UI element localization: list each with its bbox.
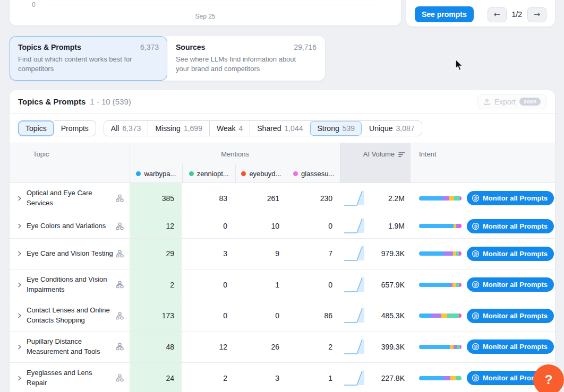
competitor-dot-icon: [189, 171, 194, 176]
svg-text:@: @: [474, 251, 478, 256]
topic-hierarchy-icon[interactable]: [116, 222, 125, 230]
monitor-prompts-icon: @: [472, 222, 480, 230]
filter-strong[interactable]: Strong 539: [310, 121, 362, 136]
column-header-topic[interactable]: Topic: [10, 143, 130, 182]
ai-volume-value: 1.9M: [388, 222, 405, 230]
mentions-cell: 0: [182, 269, 235, 300]
topic-name[interactable]: Eye Conditions and Vision Impairments: [27, 275, 116, 295]
intent-segment-pink: [459, 224, 462, 228]
mentions-cell: 29: [130, 239, 182, 269]
intent-segment-yellow: [450, 376, 456, 380]
monitor-all-prompts-button[interactable]: @Monitor all Prompts: [467, 219, 554, 233]
nav-card-sources[interactable]: Sources 29,716 See where LLMs find infor…: [167, 36, 325, 81]
intent-distribution-bar: [419, 251, 462, 256]
monitor-all-prompts-button[interactable]: @Monitor all Prompts: [467, 247, 554, 261]
topic-name[interactable]: Optical and Eye Care Services: [27, 188, 116, 208]
monitor-all-prompts-button[interactable]: @Monitor all Prompts: [467, 339, 554, 354]
topic-hierarchy-icon[interactable]: [116, 281, 125, 289]
export-icon: [483, 98, 491, 106]
view-toggle-topics[interactable]: Topics: [18, 120, 54, 136]
table-row: Eye Conditions and Vision Impairments 20…: [10, 269, 555, 301]
competitor-header-3[interactable]: glassesu...: [287, 164, 340, 182]
expand-chevron-icon[interactable]: [16, 195, 27, 202]
intent-segment-purple: [442, 196, 449, 201]
filter-label: All: [111, 124, 119, 133]
expand-chevron-icon[interactable]: [16, 343, 27, 351]
competitor-name: zenniopt...: [197, 170, 229, 178]
expand-chevron-icon[interactable]: [16, 312, 27, 319]
monitor-prompts-icon: @: [472, 250, 480, 258]
nav-card-topics-prompts[interactable]: Topics & Prompts 6,373 Find out which co…: [10, 36, 167, 81]
ai-volume-sparkline: [343, 338, 366, 356]
table-row: Optical and Eye Care Services 3858326123…: [10, 183, 555, 214]
topic-name[interactable]: Pupillary Distance Measurement and Tools: [27, 337, 116, 357]
page-indicator: 1/2: [512, 10, 522, 19]
help-button[interactable]: ?: [533, 364, 564, 392]
monitor-prompts-icon: @: [472, 312, 480, 320]
expand-chevron-icon[interactable]: [16, 374, 27, 382]
filter-shared[interactable]: Shared 1,044: [250, 121, 310, 136]
intent-segment-pink: [459, 251, 462, 256]
mentions-cell: 261: [235, 183, 287, 214]
mentions-cell: 26: [235, 332, 287, 362]
filter-label: Missing: [155, 124, 180, 133]
filter-weak[interactable]: Weak 4: [209, 121, 250, 136]
column-header-intent[interactable]: Intent: [411, 143, 555, 182]
intent-segment-purple: [443, 251, 453, 256]
mentions-cell: 10: [235, 214, 287, 238]
intent-segment-yellow: [441, 313, 447, 318]
see-prompts-button[interactable]: See prompts: [415, 6, 474, 22]
mentions-cell: 230: [287, 183, 340, 214]
view-toggle-prompts[interactable]: Prompts: [54, 120, 96, 136]
mentions-cell: 385: [130, 183, 182, 214]
filter-missing[interactable]: Missing 1,699: [148, 121, 209, 136]
topic-name[interactable]: Eye Care and Vision Testing: [27, 249, 116, 259]
prev-page-button[interactable]: ←: [488, 7, 507, 22]
topic-hierarchy-icon[interactable]: [116, 312, 125, 320]
monitor-prompts-icon: @: [472, 281, 480, 289]
column-header-mentions[interactable]: Mentions: [130, 143, 340, 164]
competitor-header-2[interactable]: eyebuyd...: [235, 164, 287, 182]
intent-distribution-bar: [419, 196, 462, 201]
monitor-all-prompts-button[interactable]: @Monitor all Prompts: [467, 309, 554, 323]
table-row: Contact Lenses and Online Contacts Shopp…: [10, 300, 555, 332]
column-header-ai-volume[interactable]: AI Volume: [340, 143, 411, 182]
expand-chevron-icon[interactable]: [16, 222, 27, 230]
topic-name[interactable]: Eye Colors and Variations: [27, 221, 116, 231]
intent-distribution-bar: [419, 283, 462, 287]
table-row: Pupillary Distance Measurement and Tools…: [10, 332, 555, 363]
nav-card-count: 6,373: [140, 43, 159, 51]
next-page-button[interactable]: →: [527, 7, 546, 22]
expand-chevron-icon[interactable]: [16, 250, 27, 257]
topic-hierarchy-icon[interactable]: [116, 194, 125, 202]
intent-segment-pink: [460, 345, 462, 349]
topic-hierarchy-icon[interactable]: [116, 343, 125, 351]
monitor-button-label: Monitor all Prompts: [483, 343, 548, 351]
export-button[interactable]: Export soon: [477, 94, 546, 109]
chart-y-axis-tick: 0: [32, 1, 36, 8]
topic-name[interactable]: Contact Lenses and Online Contacts Shopp…: [27, 306, 116, 326]
competitor-name: glassesu...: [301, 170, 334, 178]
monitor-all-prompts-button[interactable]: @Monitor all Prompts: [467, 191, 554, 205]
competitor-dot-icon: [136, 171, 141, 176]
topic-hierarchy-icon[interactable]: [116, 374, 125, 382]
table-row: Eye Colors and Variations 120100 1.9M @M…: [10, 214, 555, 239]
competitor-header-1[interactable]: zenniopt...: [182, 164, 235, 182]
nav-card-count: 29,716: [294, 43, 317, 51]
section-nav-cards: Topics & Prompts 6,373 Find out which co…: [10, 36, 325, 81]
expand-chevron-icon[interactable]: [16, 281, 27, 289]
filter-all[interactable]: All 6,373: [104, 121, 148, 136]
competitor-header-0[interactable]: warbypa...: [130, 164, 182, 182]
monitor-all-prompts-button[interactable]: @Monitor all Prompts: [467, 277, 554, 292]
pagination: ← 1/2 →: [488, 7, 546, 22]
ai-volume-value: 227.8K: [381, 374, 405, 382]
intent-distribution-bar: [419, 313, 462, 318]
filter-count: 3,087: [396, 124, 414, 133]
ai-volume-sparkline: [343, 369, 366, 387]
topic-hierarchy-icon[interactable]: [116, 250, 125, 258]
chart-x-axis-tick: Sep 25: [10, 13, 401, 20]
topic-name[interactable]: Eyeglasses and Lens Repair: [27, 368, 116, 388]
intent-segment-blue: [419, 313, 431, 318]
intent-distribution-bar: [419, 376, 462, 380]
filter-unique[interactable]: Unique 3,087: [362, 121, 421, 136]
